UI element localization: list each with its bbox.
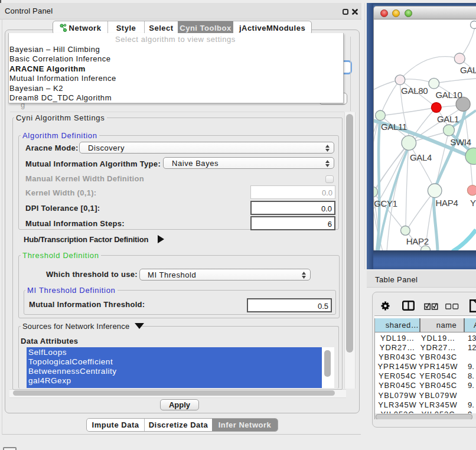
svg-text:GCY1: GCY1 bbox=[374, 198, 397, 208]
svg-text:SWI4: SWI4 bbox=[450, 137, 471, 147]
svg-text:HAP4: HAP4 bbox=[436, 198, 458, 208]
svg-text:GAL80: GAL80 bbox=[401, 86, 428, 96]
svg-text:HAP2: HAP2 bbox=[406, 236, 429, 246]
svg-text:GAL1: GAL1 bbox=[437, 114, 459, 124]
svg-text:GAL: GAL bbox=[460, 65, 476, 75]
svg-text:GAL11: GAL11 bbox=[381, 122, 407, 132]
svg-text:GAL4: GAL4 bbox=[410, 152, 432, 162]
svg-text:GAL10: GAL10 bbox=[435, 90, 462, 100]
svg-text:Y: Y bbox=[470, 198, 476, 208]
